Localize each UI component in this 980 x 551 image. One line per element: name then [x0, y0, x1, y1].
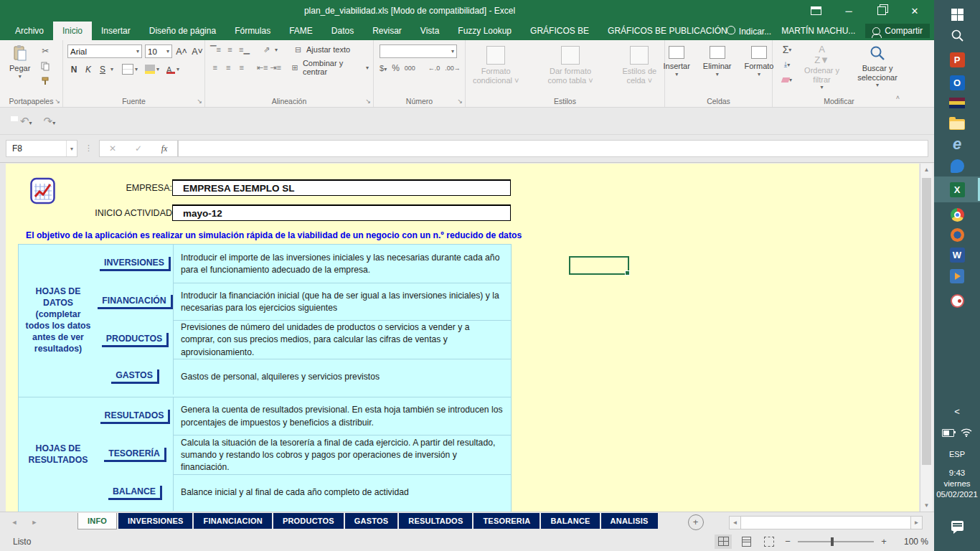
comma-format-button[interactable]: 000 [405, 65, 415, 72]
zoom-in-button[interactable]: + [880, 536, 888, 547]
empresa-value-cell[interactable]: EMPRESA EJEMPLO SL [172, 179, 511, 196]
sheet-tab-productos[interactable]: PRODUCTOS [273, 513, 344, 529]
align-middle-button[interactable]: ≡ [224, 46, 236, 53]
orientation-button[interactable]: ⇗ [260, 46, 273, 53]
horizontal-scroll-thumb[interactable] [741, 516, 910, 529]
clipboard-dialog-launcher[interactable]: ↘ [55, 98, 60, 105]
hscroll-left-arrow[interactable]: ◄ [729, 516, 741, 529]
clear-button[interactable]: ▾ [780, 73, 794, 86]
align-top-button[interactable]: ▔≡ [209, 46, 222, 53]
font-color-button[interactable]: A [166, 65, 175, 74]
insert-function-button[interactable]: fx [151, 143, 177, 154]
normal-view-button[interactable] [715, 534, 732, 549]
insert-cells-button[interactable]: Insertar▾ [660, 44, 694, 79]
tray-show-hidden-icons[interactable]: < [934, 400, 980, 422]
link-productos[interactable]: PRODUCTOS [102, 333, 169, 347]
taskbar-outlook[interactable]: O [934, 72, 980, 93]
confirm-entry-button[interactable]: ✓ [126, 143, 151, 154]
zoom-slider[interactable] [798, 541, 874, 542]
merge-center-caret[interactable]: ▾ [366, 65, 369, 71]
inicio-actividad-value-cell[interactable]: mayo-12 [172, 204, 511, 221]
tab-vista[interactable]: Vista [411, 22, 448, 40]
vertical-scrollbar[interactable]: ▲ ▼ [920, 164, 933, 512]
conditional-formatting-button[interactable]: Formato condicional ˅ [466, 44, 526, 86]
align-right-button[interactable]: ≡ [236, 64, 247, 71]
zoom-out-button[interactable]: − [783, 536, 792, 547]
fill-color-caret[interactable]: ▾ [156, 66, 159, 72]
account-user[interactable]: MARTÍN MACHU... [781, 26, 855, 36]
scroll-down-arrow[interactable]: ▼ [920, 499, 933, 512]
scroll-up-arrow[interactable]: ▲ [920, 164, 933, 176]
tab-graficos-be[interactable]: GRÁFICOS BE [521, 22, 598, 40]
action-center-button[interactable] [934, 515, 980, 537]
align-center-button[interactable]: ≡ [222, 64, 233, 71]
borders-button[interactable] [122, 64, 133, 75]
alignment-dialog-launcher[interactable]: ↘ [365, 98, 371, 105]
tab-fuzzy-lookup[interactable]: Fuzzy Lookup [448, 22, 521, 40]
formula-bar-splitter[interactable]: ⋮ [85, 143, 93, 153]
taskbar-chrome[interactable] [934, 204, 980, 225]
sheet-nav-next[interactable]: ► [29, 519, 40, 526]
sheet-tab-financiacion[interactable]: FINANCIACION [194, 513, 271, 529]
horizontal-scrollbar[interactable]: ◄ ► [729, 516, 923, 529]
taskbar-excel[interactable]: X [934, 176, 980, 202]
decrease-decimal-button[interactable]: .00→ [445, 65, 461, 72]
redo-button[interactable]: ↷▾ [44, 115, 56, 128]
zoom-slider-thumb[interactable] [831, 537, 834, 546]
sheet-tab-tesoreria[interactable]: TESORERIA [473, 513, 540, 529]
close-button[interactable]: ✕ [901, 1, 928, 20]
tell-me-box[interactable]: Indicar... [727, 26, 771, 37]
tab-inicio[interactable]: Inicio [53, 22, 92, 40]
page-break-view-button[interactable] [760, 534, 778, 549]
decrease-indent-button[interactable]: ⇤≡ [257, 64, 268, 71]
vertical-scroll-thumb[interactable] [922, 178, 931, 465]
sheet-tab-analisis[interactable]: ANALISIS [601, 513, 658, 529]
align-left-button[interactable]: ≡ [209, 64, 220, 71]
wrap-text-button[interactable]: Ajustar texto [306, 45, 350, 54]
link-inversiones[interactable]: INVERSIONES [100, 257, 171, 271]
wifi-icon[interactable] [961, 428, 972, 437]
tray-language[interactable]: ESP [934, 443, 980, 465]
increase-decimal-button[interactable]: ←.0 [428, 65, 440, 72]
start-button[interactable] [934, 4, 980, 25]
number-dialog-launcher[interactable]: ↘ [457, 98, 463, 105]
name-box[interactable]: F8 ▾ [6, 140, 77, 157]
worksheet[interactable]: EMPRESA: EMPRESA EJEMPLO SL INICIO ACTIV… [6, 164, 919, 512]
link-gastos[interactable]: GASTOS [111, 369, 159, 384]
restore-button[interactable] [868, 1, 895, 20]
font-name-combo[interactable]: Arial▾ [67, 44, 142, 58]
fill-color-button[interactable] [145, 65, 155, 74]
cancel-entry-button[interactable]: ✕ [100, 143, 126, 154]
active-cell-f8[interactable] [569, 256, 629, 275]
italic-button[interactable]: K [82, 65, 95, 75]
increase-font-button[interactable]: A˄ [175, 47, 188, 57]
sheet-tab-gastos[interactable]: GASTOS [345, 513, 397, 529]
tray-clock[interactable]: 9:43 viernes 05/02/2021 [934, 465, 980, 502]
increase-indent-button[interactable]: ⇥≡ [270, 64, 281, 71]
format-as-table-button[interactable]: Dar formato como tabla ˅ [536, 44, 604, 86]
number-format-combo[interactable]: ▾ [380, 44, 457, 58]
zoom-level[interactable]: 100 % [897, 537, 928, 547]
font-size-combo[interactable]: 10▾ [145, 44, 172, 58]
tab-revisar[interactable]: Revisar [363, 22, 411, 40]
tab-insertar[interactable]: Insertar [92, 22, 140, 40]
underline-button[interactable]: S [96, 65, 109, 75]
undo-button[interactable]: ↶▾ [20, 115, 32, 128]
merge-center-button[interactable]: Combinar y centrar [303, 59, 364, 76]
taskbar-edge[interactable] [934, 155, 980, 176]
format-painter-button[interactable] [38, 75, 52, 88]
sheet-tab-balance[interactable]: BALANCE [541, 513, 599, 529]
sort-filter-button[interactable]: AZ▼ Ordenar y filtrar▾ [800, 43, 844, 92]
taskbar-firefox[interactable] [934, 224, 980, 245]
link-tesoreria[interactable]: TESORERÍA [104, 448, 166, 462]
page-layout-view-button[interactable] [738, 534, 755, 549]
font-dialog-launcher[interactable]: ↘ [197, 98, 202, 105]
cut-button[interactable]: ✂ [38, 44, 52, 57]
sheet-tab-info[interactable]: INFO [77, 513, 117, 529]
name-box-caret[interactable]: ▾ [66, 141, 77, 156]
align-bottom-button[interactable]: ≡▁ [238, 46, 250, 53]
taskbar-file-explorer[interactable] [934, 113, 980, 135]
bold-button[interactable]: N [67, 65, 80, 75]
tab-datos[interactable]: Datos [322, 22, 363, 40]
currency-format-button[interactable]: $▾ [380, 64, 387, 72]
